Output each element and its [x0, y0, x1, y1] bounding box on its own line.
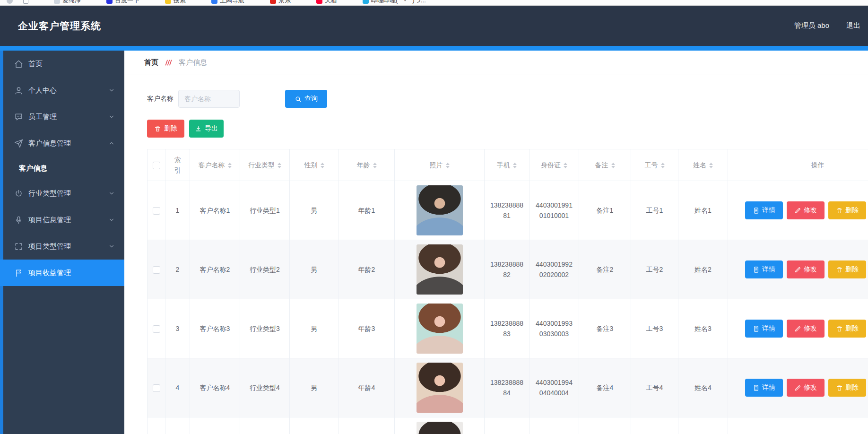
cell-age	[339, 417, 395, 434]
row-checkbox[interactable]	[153, 207, 160, 215]
bookmark-item[interactable]: 爱纯净	[54, 0, 81, 5]
bookmark-page-icon[interactable]	[23, 0, 28, 4]
sidebar-item-personal-center[interactable]: 个人中心	[0, 77, 124, 104]
row-checkbox[interactable]	[153, 325, 160, 333]
row-delete-button[interactable]: 删除	[828, 379, 866, 397]
row-checkbox[interactable]	[153, 266, 160, 274]
bookmark-item[interactable]: 哔哩哔哩(゜-゜)つ...	[363, 0, 426, 5]
send-icon	[14, 139, 23, 148]
column-header-photo[interactable]: 照片	[395, 149, 485, 181]
column-header-industry[interactable]: 行业类型	[240, 149, 290, 181]
sidebar-item-project-info-management[interactable]: 项目信息管理	[0, 207, 124, 233]
admin-user-label[interactable]: 管理员 abo	[794, 21, 829, 30]
cell-industry: 行业类型4	[240, 358, 290, 417]
bookmark-item[interactable]: 上网导航	[211, 0, 244, 5]
cell-name: 客户名称1	[190, 181, 240, 240]
column-header-phone[interactable]: 手机	[485, 149, 529, 181]
row-checkbox[interactable]	[153, 384, 160, 392]
bookmark-favicon	[316, 0, 322, 4]
browser-home-icon[interactable]	[7, 0, 13, 4]
search-button[interactable]: 查询	[285, 90, 327, 108]
breadcrumb-home[interactable]: 首页	[144, 58, 158, 67]
trash-icon	[836, 266, 843, 273]
sort-icon[interactable]	[564, 163, 567, 168]
column-header-person[interactable]: 姓名	[678, 149, 728, 181]
cell-job_no: 工号2	[631, 240, 678, 299]
edit-button[interactable]: 修改	[787, 201, 825, 219]
edit-button[interactable]: 修改	[787, 379, 825, 397]
column-header-gender[interactable]: 性别	[290, 149, 339, 181]
cell-industry: 行业类型3	[240, 299, 290, 358]
column-header-idcard[interactable]: 身份证	[529, 149, 579, 181]
cell-gender: 男	[290, 240, 339, 299]
bookmark-item[interactable]: 京东	[270, 0, 291, 5]
sort-icon[interactable]	[446, 163, 450, 168]
sort-icon[interactable]	[709, 163, 713, 168]
select-all-checkbox[interactable]	[153, 162, 160, 169]
detail-button[interactable]: 详情	[745, 379, 783, 397]
sort-icon[interactable]	[661, 163, 665, 168]
column-header-remark[interactable]: 备注	[579, 149, 631, 181]
sidebar-item-label: 客户信息管理	[28, 139, 71, 148]
cell-industry: 行业类型2	[240, 240, 290, 299]
pencil-icon	[794, 207, 801, 214]
bookmark-item[interactable]: 天猫	[316, 0, 337, 5]
sort-icon[interactable]	[373, 163, 377, 168]
customer-name-input[interactable]	[178, 90, 240, 108]
delete-button[interactable]: 删除	[147, 120, 184, 138]
sort-icon[interactable]	[321, 163, 324, 168]
sidebar-item-customer-info-management[interactable]: 客户信息管理	[0, 130, 124, 156]
column-header-age[interactable]: 年龄	[339, 149, 395, 181]
edit-button[interactable]: 修改	[787, 320, 825, 338]
sort-icon[interactable]	[278, 163, 281, 168]
sidebar-item-project-type-management[interactable]: 项目类型管理	[0, 233, 124, 260]
cell-person: 姓名1	[678, 181, 728, 240]
cell-industry	[240, 417, 290, 434]
sidebar-item-label: 行业类型管理	[28, 189, 71, 198]
cell-phone: 13823888883	[485, 299, 529, 358]
bookmark-item[interactable]: 百度一下	[106, 0, 139, 5]
sidebar-item-employee-management[interactable]: 员工管理	[0, 104, 124, 130]
column-header-job_no[interactable]: 工号	[631, 149, 678, 181]
edit-button[interactable]: 修改	[787, 260, 825, 278]
row-delete-button[interactable]: 删除	[828, 260, 866, 278]
cell-name: 客户名称2	[190, 240, 240, 299]
sidebar-item-label: 项目信息管理	[28, 216, 71, 225]
sidebar-menu: 首页个人中心员工管理客户信息管理客户信息行业类型管理项目信息管理项目类型管理项目…	[0, 51, 124, 286]
sidebar-item-project-revenue-management[interactable]: 项目收益管理	[0, 260, 124, 286]
logout-link[interactable]: 退出	[846, 21, 860, 30]
app-title: 企业客户管理系统	[18, 19, 101, 33]
sidebar-item-home-page[interactable]: 首页	[0, 51, 124, 77]
frame-icon	[14, 242, 23, 251]
column-header-index: 索引	[165, 149, 190, 181]
cell-industry: 行业类型1	[240, 181, 290, 240]
cell-idcard: 440300199404040004	[529, 358, 579, 417]
search-icon	[295, 95, 302, 103]
column-header-name[interactable]: 客户名称	[190, 149, 240, 181]
sort-icon[interactable]	[513, 163, 517, 168]
cell-person	[678, 417, 728, 434]
row-delete-button[interactable]: 删除	[828, 320, 866, 338]
power-icon	[14, 189, 23, 198]
sidebar-item-industry-type-management[interactable]: 行业类型管理	[0, 180, 124, 207]
breadcrumb-current: 客户信息	[179, 58, 207, 67]
sidebar-item-customer-info[interactable]: 客户信息	[0, 156, 124, 180]
sort-icon[interactable]	[228, 163, 232, 168]
detail-button[interactable]: 详情	[745, 320, 783, 338]
detail-button[interactable]: 详情	[745, 260, 783, 278]
trash-icon	[836, 325, 843, 332]
cell-person: 姓名2	[678, 240, 728, 299]
row-delete-button[interactable]: 删除	[828, 201, 866, 219]
cell-cb	[148, 417, 165, 434]
cell-remark: 备注2	[579, 240, 631, 299]
detail-button[interactable]: 详情	[745, 201, 783, 219]
export-button[interactable]: 导出	[189, 120, 224, 138]
flag-icon	[14, 269, 23, 278]
bookmark-item[interactable]: 搜索	[165, 0, 186, 5]
sort-icon[interactable]	[611, 163, 615, 168]
chevron-up-icon	[108, 140, 115, 147]
cell-photo	[395, 299, 485, 358]
bookmark-favicon	[270, 0, 276, 4]
cell-photo	[395, 417, 485, 434]
cell-remark: 备注1	[579, 181, 631, 240]
